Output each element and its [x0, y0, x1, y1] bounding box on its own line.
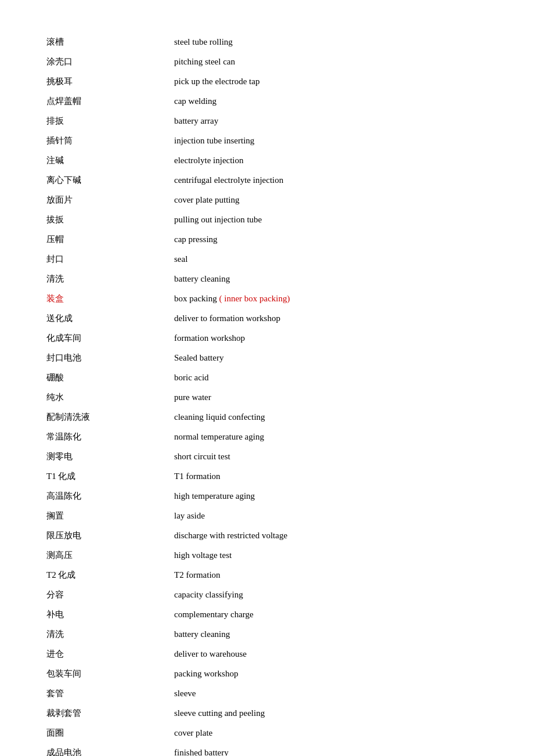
term-row: 常温陈化normal temperature aging [46, 430, 488, 444]
term-english-14: deliver to formation workshop [174, 311, 488, 325]
term-english-34: sleeve cutting and peeling [174, 706, 488, 720]
term-chinese-32: 包装车间 [46, 667, 174, 681]
term-chinese-2: 挑极耳 [46, 74, 174, 88]
term-english-8: cover plate putting [174, 193, 488, 207]
term-english-11: seal [174, 252, 488, 266]
term-english-21: short circuit test [174, 449, 488, 463]
term-english-36: finished battery [174, 746, 488, 756]
term-chinese-17: 硼酸 [46, 370, 174, 384]
term-chinese-30: 清洗 [46, 627, 174, 641]
term-row: 高温陈化high temperature aging [46, 489, 488, 503]
term-row: 送化成deliver to formation workshop [46, 311, 488, 325]
term-row: T1 化成T1 formation [46, 469, 488, 483]
term-row: 进仓deliver to warehouse [46, 647, 488, 661]
term-chinese-16: 封口电池 [46, 351, 174, 365]
term-row: 补电complementary charge [46, 607, 488, 621]
term-row: 限压放电discharge with restricted voltage [46, 528, 488, 542]
term-chinese-21: 测零电 [46, 449, 174, 463]
term-chinese-25: 限压放电 [46, 528, 174, 542]
term-row: 离心下碱centrifugal electrolyte injection [46, 173, 488, 187]
term-chinese-5: 插针筒 [46, 134, 174, 147]
term-chinese-3: 点焊盖帽 [46, 94, 174, 108]
term-english-7: centrifugal electrolyte injection [174, 173, 488, 187]
term-chinese-6: 注碱 [46, 153, 174, 167]
term-english-1: pitching steel can [174, 55, 488, 69]
term-english-19: cleaning liquid confecting [174, 410, 488, 424]
term-row: 测零电short circuit test [46, 449, 488, 463]
term-english-13: box packing ( inner box packing) [174, 291, 488, 305]
term-row: 纯水pure water [46, 390, 488, 404]
term-english-26: high voltage test [174, 548, 488, 562]
term-chinese-12: 清洗 [46, 272, 174, 286]
term-english-9: pulling out injection tube [174, 213, 488, 226]
term-row: 配制清洗液cleaning liquid confecting [46, 410, 488, 424]
term-row: 包装车间packing workshop [46, 667, 488, 681]
term-english-16: Sealed battery [174, 351, 488, 365]
term-row: 清洗battery cleaning [46, 627, 488, 641]
term-chinese-24: 搁置 [46, 509, 174, 523]
term-english-35: cover plate [174, 726, 488, 740]
term-chinese-15: 化成车间 [46, 331, 174, 345]
term-list: 滚槽steel tube rolling涂壳口pitching steel ca… [46, 35, 488, 756]
term-chinese-9: 拔扳 [46, 213, 174, 226]
term-chinese-8: 放面片 [46, 193, 174, 207]
term-row: 压帽cap pressing [46, 232, 488, 246]
term-chinese-28: 分容 [46, 588, 174, 602]
term-row: 装盒box packing ( inner box packing) [46, 291, 488, 305]
term-english-28: capacity classifying [174, 588, 488, 602]
term-chinese-11: 封口 [46, 252, 174, 266]
term-english-4: battery array [174, 114, 488, 128]
term-row: 放面片cover plate putting [46, 193, 488, 207]
term-english-20: normal temperature aging [174, 430, 488, 444]
term-english-30: battery cleaning [174, 627, 488, 641]
term-english-0: steel tube rolling [174, 35, 488, 49]
term-row: T2 化成T2 formation [46, 568, 488, 582]
term-row: 封口电池 Sealed battery [46, 351, 488, 365]
term-chinese-0: 滚槽 [46, 35, 174, 49]
term-english-27: T2 formation [174, 568, 488, 582]
term-row: 裁剥套管sleeve cutting and peeling [46, 706, 488, 720]
term-row: 化成车间 formation workshop [46, 331, 488, 345]
term-chinese-4: 排扳 [46, 114, 174, 128]
term-english-18: pure water [174, 390, 488, 404]
term-chinese-1: 涂壳口 [46, 55, 174, 69]
main-content: 滚槽steel tube rolling涂壳口pitching steel ca… [46, 35, 488, 756]
term-chinese-13: 装盒 [46, 291, 174, 305]
term-row: 分容capacity classifying [46, 588, 488, 602]
term-row: 点焊盖帽cap welding [46, 94, 488, 108]
term-english-6: electrolyte injection [174, 153, 488, 167]
term-english-25: discharge with restricted voltage [174, 528, 488, 542]
term-chinese-29: 补电 [46, 607, 174, 621]
term-english-33: sleeve [174, 686, 488, 700]
term-chinese-36: 成品电池 [46, 746, 174, 756]
term-english-3: cap welding [174, 94, 488, 108]
term-chinese-14: 送化成 [46, 311, 174, 325]
term-chinese-34: 裁剥套管 [46, 706, 174, 720]
term-row: 搁置lay aside [46, 509, 488, 523]
term-row: 注碱electrolyte injection [46, 153, 488, 167]
term-row: 涂壳口pitching steel can [46, 55, 488, 69]
term-row: 清洗battery cleaning [46, 272, 488, 286]
term-chinese-31: 进仓 [46, 647, 174, 661]
term-chinese-20: 常温陈化 [46, 430, 174, 444]
term-row: 面圈cover plate [46, 726, 488, 740]
term-row: 成品电池finished battery [46, 746, 488, 756]
term-row: 插针筒injection tube inserting [46, 134, 488, 147]
term-english-12: battery cleaning [174, 272, 488, 286]
term-row: 封口seal [46, 252, 488, 266]
term-chinese-33: 套管 [46, 686, 174, 700]
term-english-23: high temperature aging [174, 489, 488, 503]
term-chinese-19: 配制清洗液 [46, 410, 174, 424]
term-english-15: formation workshop [174, 331, 488, 345]
term-row: 滚槽steel tube rolling [46, 35, 488, 49]
term-chinese-27: T2 化成 [46, 568, 174, 582]
term-english-extra-13: ( inner box packing) [217, 294, 290, 303]
term-chinese-10: 压帽 [46, 232, 174, 246]
term-chinese-26: 测高压 [46, 548, 174, 562]
term-english-32: packing workshop [174, 667, 488, 681]
term-row: 挑极耳pick up the electrode tap [46, 74, 488, 88]
term-english-22: T1 formation [174, 469, 488, 483]
term-row: 测高压high voltage test [46, 548, 488, 562]
term-chinese-23: 高温陈化 [46, 489, 174, 503]
term-row: 套管sleeve [46, 686, 488, 700]
